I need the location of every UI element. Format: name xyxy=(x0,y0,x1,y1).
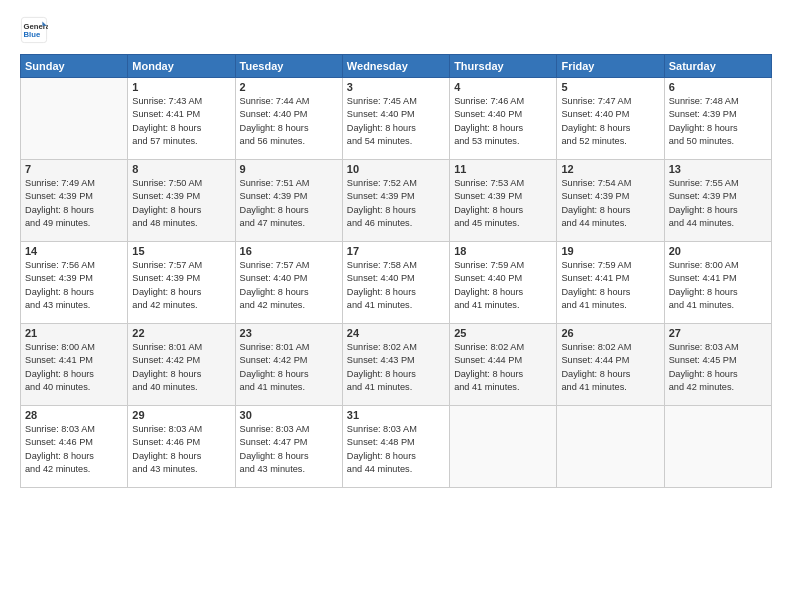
cell-line: and 41 minutes. xyxy=(454,300,519,310)
day-number: 19 xyxy=(561,245,659,257)
cell-line: Sunset: 4:39 PM xyxy=(347,191,415,201)
cell-line: Daylight: 8 hours xyxy=(347,205,416,215)
cell-line: Daylight: 8 hours xyxy=(561,287,630,297)
calendar-cell: 6Sunrise: 7:48 AMSunset: 4:39 PMDaylight… xyxy=(664,78,771,160)
cell-line: Sunrise: 8:00 AM xyxy=(669,260,739,270)
day-number: 3 xyxy=(347,81,445,93)
cell-line: Sunset: 4:47 PM xyxy=(240,437,308,447)
col-header-monday: Monday xyxy=(128,55,235,78)
cell-line: Sunset: 4:41 PM xyxy=(669,273,737,283)
calendar-cell: 20Sunrise: 8:00 AMSunset: 4:41 PMDayligh… xyxy=(664,242,771,324)
col-header-thursday: Thursday xyxy=(450,55,557,78)
cell-line: Daylight: 8 hours xyxy=(669,369,738,379)
cell-line: Sunrise: 7:59 AM xyxy=(454,260,524,270)
cell-line: Daylight: 8 hours xyxy=(561,369,630,379)
cell-line: Sunrise: 8:03 AM xyxy=(132,424,202,434)
calendar-cell: 18Sunrise: 7:59 AMSunset: 4:40 PMDayligh… xyxy=(450,242,557,324)
cell-line: and 44 minutes. xyxy=(669,218,734,228)
cell-line: and 44 minutes. xyxy=(561,218,626,228)
cell-line: Sunset: 4:39 PM xyxy=(25,273,93,283)
cell-line: Sunrise: 8:01 AM xyxy=(132,342,202,352)
day-number: 13 xyxy=(669,163,767,175)
cell-line: and 43 minutes. xyxy=(132,464,197,474)
day-number: 12 xyxy=(561,163,659,175)
cell-line: Daylight: 8 hours xyxy=(347,451,416,461)
calendar-cell: 12Sunrise: 7:54 AMSunset: 4:39 PMDayligh… xyxy=(557,160,664,242)
cell-line: Sunset: 4:40 PM xyxy=(347,273,415,283)
day-number: 21 xyxy=(25,327,123,339)
cell-line: Daylight: 8 hours xyxy=(132,287,201,297)
logo: General Blue xyxy=(20,16,52,44)
cell-line: Sunset: 4:39 PM xyxy=(561,191,629,201)
cell-line: Sunset: 4:39 PM xyxy=(132,191,200,201)
cell-line: Daylight: 8 hours xyxy=(25,205,94,215)
page: General Blue SundayMondayTuesdayWednesda… xyxy=(0,0,792,612)
cell-line: Sunrise: 7:44 AM xyxy=(240,96,310,106)
day-number: 14 xyxy=(25,245,123,257)
cell-line: and 44 minutes. xyxy=(347,464,412,474)
cell-line: Sunset: 4:44 PM xyxy=(561,355,629,365)
cell-line: Sunset: 4:40 PM xyxy=(240,273,308,283)
svg-text:Blue: Blue xyxy=(24,30,41,39)
col-header-wednesday: Wednesday xyxy=(342,55,449,78)
cell-line: Sunset: 4:39 PM xyxy=(132,273,200,283)
cell-line: Daylight: 8 hours xyxy=(454,123,523,133)
cell-line: Daylight: 8 hours xyxy=(25,287,94,297)
cell-line: Sunset: 4:42 PM xyxy=(240,355,308,365)
day-number: 7 xyxy=(25,163,123,175)
cell-line: Daylight: 8 hours xyxy=(669,287,738,297)
cell-line: Sunset: 4:43 PM xyxy=(347,355,415,365)
day-number: 26 xyxy=(561,327,659,339)
cell-line: and 40 minutes. xyxy=(25,382,90,392)
cell-line: Sunset: 4:39 PM xyxy=(25,191,93,201)
cell-line: Sunset: 4:40 PM xyxy=(240,109,308,119)
cell-line: Sunset: 4:44 PM xyxy=(454,355,522,365)
cell-line: and 45 minutes. xyxy=(454,218,519,228)
cell-line: Daylight: 8 hours xyxy=(454,205,523,215)
cell-line: Daylight: 8 hours xyxy=(561,123,630,133)
calendar-week-3: 14Sunrise: 7:56 AMSunset: 4:39 PMDayligh… xyxy=(21,242,772,324)
cell-line: Daylight: 8 hours xyxy=(132,369,201,379)
cell-line: Daylight: 8 hours xyxy=(561,205,630,215)
cell-line: Sunset: 4:46 PM xyxy=(132,437,200,447)
cell-line: and 52 minutes. xyxy=(561,136,626,146)
day-number: 30 xyxy=(240,409,338,421)
day-number: 9 xyxy=(240,163,338,175)
calendar-cell: 24Sunrise: 8:02 AMSunset: 4:43 PMDayligh… xyxy=(342,324,449,406)
cell-line: and 57 minutes. xyxy=(132,136,197,146)
col-header-friday: Friday xyxy=(557,55,664,78)
calendar-cell: 21Sunrise: 8:00 AMSunset: 4:41 PMDayligh… xyxy=(21,324,128,406)
day-number: 27 xyxy=(669,327,767,339)
cell-line: Sunrise: 8:00 AM xyxy=(25,342,95,352)
cell-line: and 56 minutes. xyxy=(240,136,305,146)
calendar-cell xyxy=(21,78,128,160)
cell-line: Sunrise: 7:45 AM xyxy=(347,96,417,106)
cell-line: and 54 minutes. xyxy=(347,136,412,146)
cell-line: Sunrise: 7:49 AM xyxy=(25,178,95,188)
logo-icon: General Blue xyxy=(20,16,48,44)
cell-line: Daylight: 8 hours xyxy=(454,369,523,379)
cell-line: and 41 minutes. xyxy=(454,382,519,392)
cell-line: Sunset: 4:40 PM xyxy=(454,273,522,283)
calendar-cell: 19Sunrise: 7:59 AMSunset: 4:41 PMDayligh… xyxy=(557,242,664,324)
calendar-cell: 2Sunrise: 7:44 AMSunset: 4:40 PMDaylight… xyxy=(235,78,342,160)
cell-line: Sunset: 4:46 PM xyxy=(25,437,93,447)
cell-line: Sunrise: 7:43 AM xyxy=(132,96,202,106)
day-number: 16 xyxy=(240,245,338,257)
cell-line: and 46 minutes. xyxy=(347,218,412,228)
cell-line: Sunrise: 7:54 AM xyxy=(561,178,631,188)
day-number: 8 xyxy=(132,163,230,175)
calendar-cell: 16Sunrise: 7:57 AMSunset: 4:40 PMDayligh… xyxy=(235,242,342,324)
cell-line: and 41 minutes. xyxy=(669,300,734,310)
cell-line: Daylight: 8 hours xyxy=(240,287,309,297)
calendar-cell xyxy=(557,406,664,488)
cell-line: Sunset: 4:39 PM xyxy=(669,109,737,119)
cell-line: Daylight: 8 hours xyxy=(132,451,201,461)
calendar-cell: 22Sunrise: 8:01 AMSunset: 4:42 PMDayligh… xyxy=(128,324,235,406)
cell-line: and 53 minutes. xyxy=(454,136,519,146)
header: General Blue xyxy=(20,16,772,44)
day-number: 10 xyxy=(347,163,445,175)
day-number: 28 xyxy=(25,409,123,421)
cell-line: Sunset: 4:41 PM xyxy=(25,355,93,365)
day-number: 18 xyxy=(454,245,552,257)
